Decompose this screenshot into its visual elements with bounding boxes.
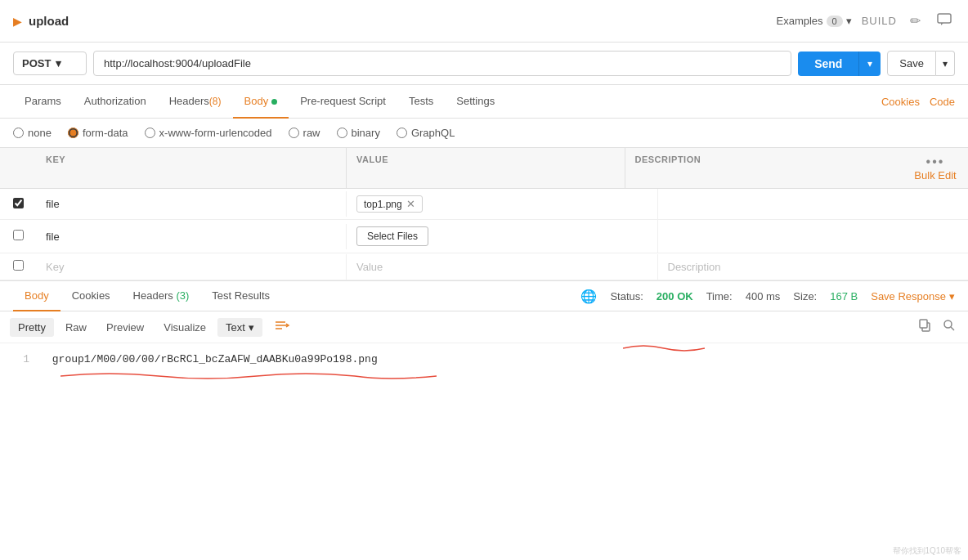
th-check: [0, 148, 36, 188]
headers-badge: (8): [209, 96, 222, 107]
format-right-actions: [916, 316, 958, 338]
time-value: 400 ms: [746, 290, 781, 302]
method-value: POST: [22, 57, 51, 69]
cookies-link[interactable]: Cookies: [881, 96, 920, 108]
url-bar: POST ▾ Send ▾ Save ▾: [0, 43, 968, 85]
response-tab-test-results[interactable]: Test Results: [200, 281, 281, 311]
radio-none[interactable]: none: [13, 127, 52, 139]
row2-desc: [658, 230, 969, 243]
response-code: group1/M00/00/00/rBcRCl_bcZaAFW_dAABKu0a…: [52, 353, 378, 365]
raw-button[interactable]: Raw: [57, 318, 95, 337]
method-select[interactable]: POST ▾: [13, 52, 87, 75]
row3-value: [347, 254, 658, 280]
send-button[interactable]: Send: [798, 52, 858, 76]
tab-body[interactable]: Body: [233, 85, 289, 119]
save-response-button[interactable]: Save Response ▾: [871, 290, 955, 302]
tab-headers[interactable]: Headers(8): [158, 85, 233, 119]
format-bar: Pretty Raw Preview Visualize Text ▾: [0, 311, 968, 343]
examples-badge: 0: [827, 16, 843, 27]
save-response-chevron: ▾: [949, 290, 955, 302]
radio-raw[interactable]: raw: [289, 127, 320, 139]
th-actions: ••• Bulk Edit: [903, 148, 968, 188]
save-button[interactable]: Save: [887, 51, 936, 76]
response-tab-headers[interactable]: Headers (3): [122, 281, 201, 311]
main-container: ▶ upload Examples 0 ▾ BUILD ✏ POST ▾: [0, 0, 968, 560]
more-options-button[interactable]: •••: [926, 155, 945, 169]
svg-rect-0: [938, 14, 951, 23]
text-format-chevron: ▾: [249, 321, 254, 334]
line-number: 1: [13, 353, 29, 365]
th-value: VALUE: [347, 148, 625, 188]
text-format-select[interactable]: Text ▾: [217, 318, 262, 337]
radio-binary[interactable]: binary: [337, 127, 380, 139]
bulk-edit-button[interactable]: Bulk Edit: [914, 169, 956, 181]
build-button[interactable]: BUILD: [862, 15, 897, 27]
description-input[interactable]: [668, 261, 959, 273]
url-input[interactable]: [93, 51, 791, 76]
save-dropdown[interactable]: ▾: [936, 51, 955, 76]
svg-line-7: [951, 327, 954, 330]
pencil-icon: ✏: [910, 14, 921, 28]
request-title: upload: [29, 14, 777, 28]
response-tabs: Body Cookies Headers (3) Test Results 🌐 …: [0, 280, 968, 311]
th-key: KEY: [36, 148, 347, 188]
remove-file-button[interactable]: ✕: [406, 198, 415, 210]
pretty-button[interactable]: Pretty: [10, 318, 54, 337]
send-button-group: Send ▾: [798, 52, 881, 76]
radio-graphql[interactable]: GraphQL: [397, 127, 455, 139]
row1-check[interactable]: [0, 191, 36, 217]
watermark: 帮你找到1Q10帮客: [893, 545, 961, 557]
body-options: none form-data x-www-form-urlencoded raw…: [0, 119, 968, 148]
size-value: 167 B: [830, 290, 858, 302]
tab-right-actions: Cookies Code: [881, 96, 955, 108]
status-value: 200 OK: [657, 290, 693, 302]
preview-button[interactable]: Preview: [98, 318, 152, 337]
th-description: DESCRIPTION: [625, 148, 903, 188]
row1-value: top1.png ✕: [347, 189, 658, 219]
copy-button[interactable]: [916, 316, 934, 338]
svg-point-6: [944, 320, 952, 328]
visualize-button[interactable]: Visualize: [155, 318, 214, 337]
size-label: Size:: [793, 290, 817, 302]
send-dropdown[interactable]: ▾: [858, 52, 881, 76]
svg-rect-5: [920, 320, 927, 328]
row3-check[interactable]: [0, 253, 36, 280]
save-button-group: Save ▾: [887, 51, 955, 76]
response-tab-cookies[interactable]: Cookies: [60, 281, 122, 311]
value-input[interactable]: [356, 261, 648, 273]
status-label: Status:: [610, 290, 643, 302]
top-bar: ▶ upload Examples 0 ▾ BUILD ✏: [0, 0, 968, 43]
radio-urlencoded[interactable]: x-www-form-urlencoded: [145, 127, 272, 139]
tab-pre-request[interactable]: Pre-request Script: [289, 85, 397, 119]
top-bar-right: Examples 0 ▾ BUILD ✏: [777, 10, 956, 33]
wrap-button[interactable]: [269, 317, 295, 337]
code-link[interactable]: Code: [930, 96, 955, 108]
comment-icon-button[interactable]: [934, 10, 955, 33]
table-row: [0, 253, 968, 280]
select-files-button[interactable]: Select Files: [356, 226, 428, 246]
radio-form-data[interactable]: form-data: [68, 127, 128, 139]
edit-icon-button[interactable]: ✏: [907, 10, 924, 32]
search-button[interactable]: [940, 316, 958, 338]
collapse-arrow[interactable]: ▶: [13, 15, 22, 28]
time-label: Time:: [706, 290, 733, 302]
response-meta: 🌐 Status: 200 OK Time: 400 ms Size: 167 …: [580, 289, 955, 304]
row2-value: Select Files: [347, 220, 658, 253]
tab-tests[interactable]: Tests: [397, 85, 445, 119]
code-area: 1 group1/M00/00/00/rBcRCl_bcZaAFW_dAABKu…: [0, 343, 968, 409]
row3-desc: [658, 254, 969, 280]
examples-label: Examples: [777, 15, 823, 27]
tab-params[interactable]: Params: [13, 85, 73, 119]
row2-check[interactable]: [0, 223, 36, 249]
body-dot: [271, 99, 277, 105]
headers-count: (3): [176, 289, 189, 302]
row3-key: [36, 254, 347, 280]
method-chevron: ▾: [56, 57, 61, 69]
response-tab-body[interactable]: Body: [13, 281, 60, 311]
row1-desc: [658, 198, 969, 211]
tab-authorization[interactable]: Authorization: [73, 85, 158, 119]
row1-key: file: [36, 191, 347, 217]
tab-settings[interactable]: Settings: [445, 85, 506, 119]
examples-button[interactable]: Examples 0 ▾: [777, 15, 852, 27]
key-input[interactable]: [46, 261, 336, 273]
